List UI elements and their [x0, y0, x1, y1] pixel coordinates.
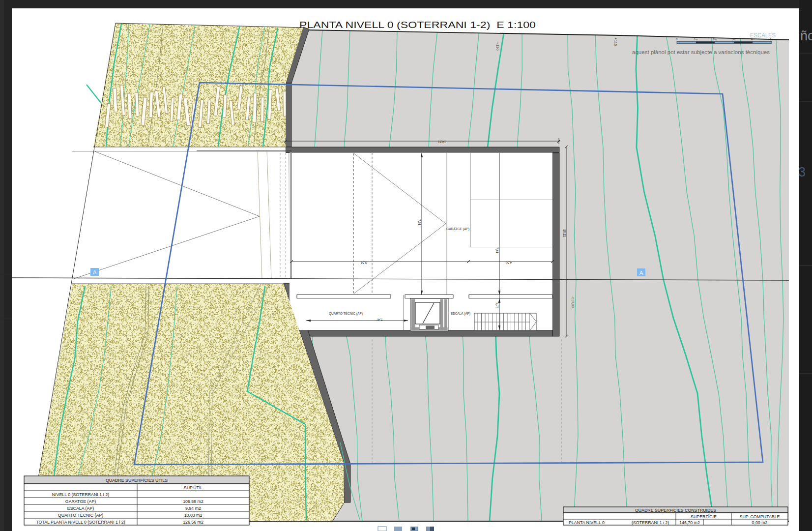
svg-text:3: 3: [798, 165, 806, 179]
svg-text:106.59 m2: 106.59 m2: [183, 499, 203, 504]
svg-text:SUPERFÍCIE: SUPERFÍCIE: [691, 514, 717, 519]
svg-text:0: 0: [676, 38, 678, 41]
svg-text:ESCALA (AP): ESCALA (AP): [451, 311, 470, 316]
svg-text:A: A: [639, 270, 643, 276]
svg-text:GARATGE (AP): GARATGE (AP): [446, 227, 469, 231]
svg-text:PLANTA NIVELL 0 (SOTERRANI 1-2: PLANTA NIVELL 0 (SOTERRANI 1-2) E 1:100: [299, 20, 536, 30]
svg-text:+107,00: +107,00: [571, 296, 575, 308]
svg-text:4m: 4m: [751, 38, 754, 41]
svg-text:ESCALA (AP): ESCALA (AP): [67, 506, 94, 511]
svg-text:1m: 1m: [694, 38, 697, 41]
svg-text:aquest plànol pot estar subjec: aquest plànol pot estar subjecte a varia…: [632, 49, 770, 55]
svg-text:GARATGE (AP): GARATGE (AP): [65, 499, 96, 504]
svg-text:2m: 2m: [713, 38, 717, 41]
svg-text:126.56 m2: 126.56 m2: [183, 520, 203, 525]
svg-text:3m: 3m: [732, 38, 735, 41]
svg-text:9.94 m2: 9.94 m2: [185, 506, 201, 511]
svg-text:(SOTERRANI 1 i 2): (SOTERRANI 1 i 2): [632, 520, 669, 525]
svg-text:5m: 5m: [770, 38, 774, 41]
svg-text:0,00 m2: 0,00 m2: [752, 520, 768, 525]
svg-text:10,11: 10,11: [563, 229, 566, 237]
svg-text:7,61: 7,61: [418, 219, 421, 226]
svg-text:146,70 m2: 146,70 m2: [679, 520, 700, 525]
svg-text:10.03 m2: 10.03 m2: [184, 513, 203, 518]
svg-text:QUADRE SUPERFICIES CONSTRUIDES: QUADRE SUPERFICIES CONSTRUIDES: [635, 508, 716, 513]
svg-text:4,50: 4,50: [505, 261, 512, 265]
svg-text:7,61: 7,61: [495, 247, 499, 254]
svg-text:PLANTA NIVELL 0: PLANTA NIVELL 0: [569, 520, 605, 525]
svg-text:ño: ño: [800, 29, 812, 43]
svg-text:1,75: 1,75: [495, 302, 499, 309]
svg-text:+110: +110: [495, 42, 500, 51]
svg-text:9,51: 9,51: [360, 261, 367, 265]
svg-text:SUP.ÚTIL: SUP.ÚTIL: [184, 485, 203, 490]
svg-text:QUARTO TÈCNIC (AP): QUARTO TÈCNIC (AP): [58, 513, 103, 518]
svg-text:SUP. COMPUTABLE: SUP. COMPUTABLE: [740, 514, 780, 519]
svg-text:14,61: 14,61: [438, 140, 446, 144]
svg-text:A: A: [93, 269, 97, 275]
svg-text:QUARTO TÈCNIC (AP): QUARTO TÈCNIC (AP): [329, 311, 363, 316]
svg-text:+115: +115: [613, 37, 618, 46]
svg-text:5,47: 5,47: [376, 318, 382, 322]
svg-text:TOTAL PLANTA NIVELL 0 (SOTERRA: TOTAL PLANTA NIVELL 0 (SOTERRANI 1 i 2): [36, 520, 125, 525]
svg-text:NIVELL 0 (SOTERRANI 1 I 2): NIVELL 0 (SOTERRANI 1 I 2): [52, 492, 110, 497]
svg-text:QUADRE SUPERFÍCIES ÚTILS: QUADRE SUPERFÍCIES ÚTILS: [106, 478, 168, 483]
